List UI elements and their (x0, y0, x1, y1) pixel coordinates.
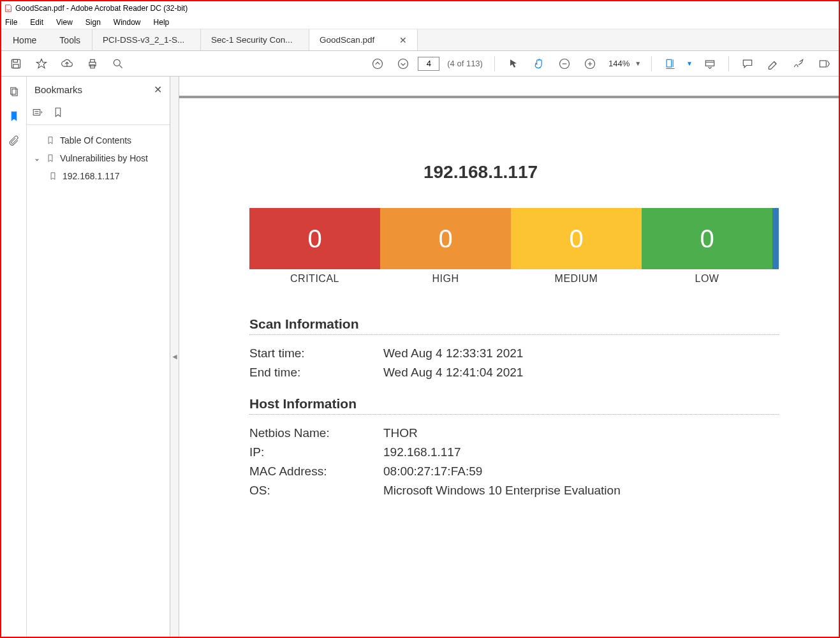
read-mode-icon[interactable] (699, 54, 721, 74)
more-tools-icon[interactable] (813, 54, 835, 74)
svg-rect-5 (91, 64, 95, 68)
bookmark-item[interactable]: ⌄ Vulnerabilities by Host (31, 149, 166, 167)
zoom-in-icon[interactable] (579, 54, 601, 74)
hand-tool-icon[interactable] (528, 54, 550, 74)
page-up-icon[interactable] (367, 54, 388, 74)
bookmark-item[interactable]: 192.168.1.117 (31, 167, 166, 185)
document-tab-label: Sec-1 Security Con... (211, 35, 293, 45)
toolbar: (4 of 113) 144% ▼ ▼ (1, 51, 839, 77)
document-tab-label: GoodScan.pdf (320, 35, 374, 45)
svg-rect-14 (10, 87, 15, 94)
host-info-val: THOR (383, 426, 418, 440)
fit-width-icon[interactable] (659, 54, 681, 74)
scan-info-key: End time: (249, 366, 383, 380)
severity-labels: CRITICAL HIGH MEDIUM LOW (249, 273, 779, 285)
bookmarks-panel-title: Bookmarks (34, 84, 82, 95)
save-icon[interactable] (5, 54, 27, 74)
page-down-icon[interactable] (392, 54, 414, 74)
bookmark-label: Table Of Contents (60, 135, 131, 145)
chevron-down-icon[interactable]: ⌄ (33, 154, 41, 163)
zoom-dropdown-icon[interactable]: ▼ (635, 60, 641, 67)
search-icon[interactable] (107, 54, 129, 74)
cloud-upload-icon[interactable] (56, 54, 78, 74)
severity-bar: 0 0 0 0 (249, 208, 779, 269)
menu-edit[interactable]: Edit (24, 16, 50, 29)
new-bookmark-icon[interactable] (52, 107, 64, 120)
host-info-row: MAC Address: 08:00:27:17:FA:59 (249, 464, 753, 478)
svg-rect-11 (667, 59, 672, 67)
sign-icon[interactable] (788, 54, 809, 74)
svg-point-7 (373, 59, 383, 68)
svg-rect-16 (33, 110, 40, 115)
close-panel-icon[interactable]: ✕ (154, 84, 162, 96)
selection-arrow-icon[interactable] (503, 54, 524, 74)
menubar: File Edit View Sign Window Help (1, 15, 839, 29)
document-tab-2[interactable]: Sec-1 Security Con... (201, 29, 309, 50)
tab-home[interactable]: Home (1, 29, 48, 50)
document-tab-3[interactable]: GoodScan.pdf ✕ (309, 29, 418, 50)
star-icon[interactable] (31, 54, 52, 74)
zoom-out-icon[interactable] (554, 54, 575, 74)
bookmarks-panel: Bookmarks ✕ ▾ Table Of Contents ⌄ Vulner… (27, 77, 170, 637)
menu-help[interactable]: Help (147, 16, 176, 29)
host-info-key: MAC Address: (249, 464, 383, 478)
thumbnails-icon[interactable] (6, 84, 22, 100)
print-icon[interactable] (82, 54, 103, 74)
host-info-row: Netbios Name: THOR (249, 426, 753, 440)
svg-rect-13 (820, 61, 826, 67)
scan-info-row: Start time: Wed Aug 4 12:33:31 2021 (249, 346, 753, 360)
bookmarks-tree: ▾ Table Of Contents ⌄ Vulnerabilities by… (27, 125, 170, 191)
bookmarks-icon[interactable] (6, 108, 22, 124)
comment-icon[interactable] (737, 54, 758, 74)
host-info-row: IP: 192.168.1.117 (249, 445, 753, 459)
host-title: 192.168.1.117 (179, 162, 782, 182)
navigation-rail (1, 77, 27, 637)
host-info-val: 192.168.1.117 (383, 445, 461, 459)
severity-label-high: HIGH (380, 273, 511, 285)
svg-point-6 (114, 59, 120, 66)
host-info-key: IP: (249, 445, 383, 459)
svg-rect-15 (12, 89, 17, 96)
severity-low-count: 0 (642, 208, 772, 269)
window-title: GoodScan.pdf - Adobe Acrobat Reader DC (… (15, 4, 188, 13)
scan-info-row: End time: Wed Aug 4 12:41:04 2021 (249, 366, 753, 380)
attachments-icon[interactable] (6, 133, 22, 148)
acrobat-icon (4, 4, 13, 13)
fit-dropdown-icon[interactable]: ▼ (686, 60, 693, 67)
zoom-level-label[interactable]: 144% (608, 59, 630, 68)
document-tab-1[interactable]: PCI-DSS-v3_2_1-S... (92, 29, 201, 50)
scan-info-val: Wed Aug 4 12:41:04 2021 (383, 366, 523, 380)
tab-tools[interactable]: Tools (48, 29, 92, 50)
scan-info-key: Start time: (249, 346, 383, 360)
document-view[interactable]: 192.168.1.117 0 0 0 0 CRITICAL HIGH MEDI… (179, 77, 839, 637)
menu-file[interactable]: File (4, 16, 24, 29)
host-info-val: 08:00:27:17:FA:59 (383, 464, 482, 478)
host-info-header: Host Information (249, 396, 779, 415)
svg-rect-12 (705, 61, 714, 66)
document-tab-label: PCI-DSS-v3_2_1-S... (103, 35, 184, 45)
severity-label-critical: CRITICAL (249, 273, 380, 285)
severity-medium-count: 0 (511, 208, 642, 269)
svg-rect-4 (91, 59, 95, 62)
severity-high-count: 0 (380, 208, 511, 269)
svg-rect-2 (13, 64, 18, 68)
menu-window[interactable]: Window (107, 16, 147, 29)
bookmark-options-icon[interactable] (32, 107, 43, 120)
bookmark-label: Vulnerabilities by Host (60, 153, 148, 163)
severity-info-sliver (772, 208, 779, 269)
host-info-key: OS: (249, 484, 383, 498)
highlight-icon[interactable] (762, 54, 784, 74)
host-info-key: Netbios Name: (249, 426, 383, 440)
page-count-label: (4 of 113) (447, 59, 483, 68)
svg-point-8 (399, 59, 408, 68)
page-number-input[interactable] (418, 57, 439, 71)
tabbar: Home Tools PCI-DSS-v3_2_1-S... Sec-1 Sec… (1, 29, 839, 51)
close-tab-icon[interactable]: ✕ (393, 35, 407, 45)
bookmark-item[interactable]: ▾ Table Of Contents (31, 131, 166, 149)
page-divider (179, 96, 839, 98)
menu-sign[interactable]: Sign (79, 16, 107, 29)
window-titlebar: GoodScan.pdf - Adobe Acrobat Reader DC (… (1, 1, 839, 15)
panel-collapse-handle[interactable] (170, 77, 179, 637)
menu-view[interactable]: View (50, 16, 79, 29)
bookmark-label: 192.168.1.117 (63, 171, 120, 181)
